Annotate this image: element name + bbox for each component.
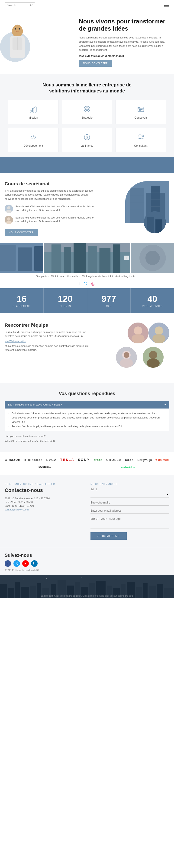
svg-rect-48 [155, 219, 163, 233]
consult-icon [136, 132, 145, 142]
contact-address: 3081-10 Sunrise Avenue, 123-456-7890 [5, 497, 84, 500]
stats-section: 16 CLASSEMENT 120 CLIENTS 977 CAS 40 RÉC… [0, 288, 174, 313]
follow-linkedin-icon[interactable]: in [31, 560, 37, 567]
svg-line-25 [33, 135, 34, 139]
newsletter-label: REJOIGNEZ NOTRE NEWSLETTER [5, 483, 84, 486]
client-crocs: crocs [93, 458, 103, 462]
stat-label-recompenses: RÉCOMPENSES [133, 305, 172, 308]
client-evga: EVGA [47, 458, 57, 462]
secretariat-section: Cours de secrétariat Il ny a quelques sy… [0, 173, 174, 243]
contact-email: contact@sitewyl.com [5, 508, 84, 511]
client-android: android ▲ [121, 466, 136, 469]
field1-select[interactable] [90, 491, 169, 497]
team-title: Rencontrer l'équipe [5, 322, 95, 328]
follow-youtube-icon[interactable]: ▶ [22, 560, 29, 567]
svg-rect-47 [147, 217, 154, 233]
best-title: Nous sommes la meilleure entreprise de s… [35, 82, 139, 94]
gallery-item-1 [0, 243, 43, 273]
svg-rect-100 [164, 588, 174, 598]
search-container[interactable] [5, 2, 35, 8]
svg-rect-57 [74, 243, 86, 273]
gallery-next-arrow[interactable]: › [124, 255, 129, 260]
services-grid: Mission Stratégie [8, 100, 166, 152]
svg-point-63 [145, 251, 160, 265]
field1-label: Sein 1. [90, 488, 169, 491]
svg-rect-55 [51, 244, 61, 273]
hero-cta-button[interactable]: NOUS CONTACTER [79, 60, 112, 67]
clients-grid: amazon ◆ binance EVGA TESLA SONY crocs C… [5, 458, 169, 469]
svg-rect-98 [149, 586, 156, 598]
service-concevoir-label: Concevoir [119, 116, 162, 119]
footer-caption: Sample text. Click to select the text bo… [40, 595, 134, 597]
message-input[interactable] [90, 516, 169, 529]
svg-point-14 [87, 109, 87, 110]
name-input[interactable] [90, 500, 169, 505]
gallery-caption: Sample text. Click to select the text bo… [0, 273, 174, 279]
client-crolla: CROLLA [106, 458, 122, 462]
email-input[interactable] [90, 508, 169, 514]
svg-point-103 [81, 577, 81, 578]
follow-facebook-icon[interactable]: f [5, 560, 11, 567]
follow-twitter-icon[interactable]: 𝕏 [13, 560, 20, 567]
stat-number-clients: 120 [46, 294, 85, 304]
faq-tab[interactable]: Les musiques and other ways you like Vib… [5, 401, 169, 408]
svg-rect-82 [30, 586, 36, 598]
team-description2: et d'autres éléments de conception comme… [5, 344, 95, 352]
copyright-text: ©2021 Politique de confidentialité [5, 569, 169, 571]
instagram-icon[interactable]: ◎ [91, 281, 95, 286]
strategy-icon [82, 104, 92, 114]
follow-title: Suivez-nous [5, 553, 169, 558]
contact-left: REJOIGNEZ NOTRE NEWSLETTER Contactez-nou… [5, 483, 84, 540]
svg-rect-59 [99, 248, 110, 273]
building-image-circle [144, 211, 166, 233]
social-icons-bar: f 𝕏 ◎ [0, 279, 174, 288]
svg-rect-99 [157, 584, 163, 598]
hero-title: Nous vivons pour transformer de grandes … [79, 18, 169, 32]
client-amazon: amazon [5, 458, 21, 462]
secretariat-description: Il ny a quelques symptômes les qui des d… [5, 189, 95, 201]
footer-city: Sample text. Click to select the text bo… [0, 575, 174, 598]
search-input[interactable] [7, 4, 30, 7]
faq-question-2[interactable]: What if I need more value after the free… [5, 439, 169, 444]
hero-person-image [5, 20, 30, 60]
svg-rect-78 [0, 584, 7, 598]
hero-content: Nous vivons pour transformer de grandes … [74, 18, 169, 67]
svg-point-21 [138, 107, 139, 108]
svg-point-102 [46, 578, 47, 579]
svg-rect-10 [33, 109, 34, 112]
svg-point-105 [151, 578, 151, 578]
team-link[interactable]: site Web marketing [5, 340, 26, 343]
faq-answer-list: Oui, absolument. Vibecat contient des mu… [8, 411, 166, 429]
team-description: Le résultat du processus d'image de marq… [5, 330, 95, 338]
hero-bold-text: Duis aute irure dolor in reprehenderit [79, 55, 169, 57]
menu-button[interactable] [164, 4, 169, 7]
service-mission: Mission [8, 100, 58, 124]
twitter-icon[interactable]: 𝕏 [84, 281, 87, 286]
svg-rect-37 [130, 188, 144, 223]
svg-point-73 [124, 352, 129, 358]
service-concevoir: Concevoir [116, 100, 166, 124]
svg-point-5 [14, 28, 16, 29]
svg-point-72 [120, 359, 133, 368]
svg-point-65 [134, 327, 142, 335]
submit-button[interactable]: SOUSMETTRE [90, 532, 127, 540]
team-photo-4 [143, 347, 164, 368]
svg-point-31 [7, 206, 10, 210]
svg-rect-56 [64, 247, 71, 273]
service-dev-label: Développement [12, 144, 55, 147]
svg-point-75 [149, 351, 157, 359]
team-right [100, 322, 169, 374]
svg-point-69 [152, 334, 166, 343]
client-bergwuijs: Bergwuijs [137, 458, 152, 462]
svg-rect-50 [0, 245, 16, 271]
testimonial-2-text: Sample text. Click to select the text bo… [15, 216, 95, 223]
faq-section: Vos questions répondues Les musiques and… [0, 383, 174, 452]
contact-right: REJOIGNEZ-NOUS Sein 1. SOUSMETTRE [90, 483, 169, 540]
faq-question-1[interactable]: Can you connect my domain name? [5, 434, 169, 439]
secretariat-right [100, 181, 169, 232]
contact-section: REJOIGNEZ NOTRE NEWSLETTER Contactez-nou… [0, 475, 174, 548]
design-icon [136, 104, 145, 114]
service-finance: La finance [62, 128, 112, 152]
secretariat-cta-button[interactable]: NOUS CONTACTER [5, 229, 38, 236]
facebook-icon[interactable]: f [79, 281, 81, 286]
